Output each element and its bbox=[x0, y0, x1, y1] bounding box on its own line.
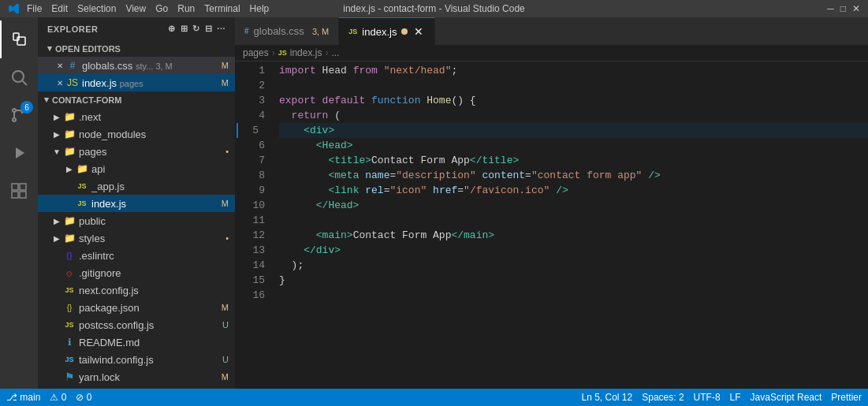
public-label: public bbox=[79, 215, 235, 227]
menu-terminal[interactable]: Terminal bbox=[204, 3, 240, 14]
project-section[interactable]: ▾ CONTACT-FORM bbox=[38, 91, 235, 108]
status-bar-right: Ln 5, Col 12 Spaces: 2 UTF-8 LF JavaScri… bbox=[582, 392, 862, 403]
globals-css-badge: M bbox=[222, 61, 229, 70]
eslintrc-label: .eslintrc bbox=[79, 250, 235, 262]
code-line-3: export default function Home() { bbox=[279, 93, 868, 108]
menu-run[interactable]: Run bbox=[177, 3, 195, 14]
sidebar-item-public[interactable]: ▶ 📁 public bbox=[38, 212, 235, 229]
minimize-button[interactable]: ─ bbox=[827, 3, 834, 14]
language-mode[interactable]: JavaScript React bbox=[751, 392, 822, 403]
globals-css-tab-badge: 3, M bbox=[312, 27, 329, 36]
formatter[interactable]: Prettier bbox=[831, 392, 862, 403]
maximize-button[interactable]: □ bbox=[840, 3, 846, 14]
tab-index-js[interactable]: JS index.js ✕ bbox=[339, 17, 435, 45]
open-editors-section[interactable]: ▾ OPEN EDITORS bbox=[38, 40, 235, 57]
menu-go[interactable]: Go bbox=[155, 3, 168, 14]
yarn-icon: ⚑ bbox=[63, 371, 76, 383]
breadcrumb-ellipsis[interactable]: ... bbox=[331, 47, 339, 58]
activity-run[interactable] bbox=[0, 134, 38, 172]
sidebar-item-gitignore[interactable]: ◇ .gitignore bbox=[38, 264, 235, 281]
expand-arrow: ▶ bbox=[50, 110, 63, 123]
close-icon[interactable]: ✕ bbox=[54, 59, 66, 72]
activity-source-control[interactable]: 6 bbox=[0, 96, 38, 134]
code-editor[interactable]: 1 2 3 4 5 6 7 8 9 10 11 12 13 14 15 16 i… bbox=[235, 61, 868, 389]
sidebar-item-readme[interactable]: ℹ README.md bbox=[38, 333, 235, 351]
close-icon[interactable]: ✕ bbox=[54, 76, 66, 89]
sidebar-item-yarn-lock[interactable]: ⚑ yarn.lock M bbox=[38, 368, 235, 386]
sidebar-item-next[interactable]: ▶ 📁 .next bbox=[38, 108, 235, 125]
activity-extensions[interactable] bbox=[0, 172, 38, 210]
new-folder-icon[interactable]: ⊞ bbox=[181, 24, 188, 34]
js-icon: JS bbox=[63, 318, 76, 331]
code-line-5: <div> bbox=[279, 123, 868, 138]
svg-rect-7 bbox=[12, 184, 18, 190]
open-editor-globals-css[interactable]: ✕ # globals.css sty... 3, M M bbox=[38, 57, 235, 74]
code-line-7: <title>Contact Form App</title> bbox=[279, 153, 868, 168]
git-branch[interactable]: ⎇ main bbox=[6, 392, 40, 403]
activity-search[interactable] bbox=[0, 58, 38, 96]
menu-bar[interactable]: File Edit Selection View Go Run Terminal… bbox=[27, 3, 269, 14]
title-bar: File Edit Selection View Go Run Terminal… bbox=[0, 0, 868, 17]
sidebar-item-app-js[interactable]: JS _app.js bbox=[38, 177, 235, 195]
sidebar-item-postcss[interactable]: JS postcss.config.js U bbox=[38, 316, 235, 333]
sidebar-item-tailwind[interactable]: JS tailwind.config.js U bbox=[38, 351, 235, 368]
sidebar-item-styles[interactable]: ▶ 📁 styles • bbox=[38, 229, 235, 247]
code-line-11 bbox=[279, 213, 868, 228]
collapse-icon[interactable]: ⊟ bbox=[205, 24, 213, 34]
indentation[interactable]: Spaces: 2 bbox=[642, 392, 684, 403]
no-arrow bbox=[50, 266, 63, 279]
menu-edit[interactable]: Edit bbox=[51, 3, 68, 14]
tab-close-button[interactable]: ✕ bbox=[412, 25, 425, 38]
open-editor-index-js[interactable]: ✕ JS index.js pages M bbox=[38, 74, 235, 91]
encoding[interactable]: UTF-8 bbox=[694, 392, 721, 403]
activity-explorer[interactable] bbox=[0, 20, 38, 58]
sidebar-item-package-json[interactable]: {} package.json M bbox=[38, 299, 235, 316]
warning-count[interactable]: ⊘ 0 bbox=[76, 392, 91, 403]
no-arrow bbox=[50, 371, 63, 383]
new-file-icon[interactable]: ⊕ bbox=[168, 24, 176, 34]
status-bar: ⎇ main ⚠ 0 ⊘ 0 Ln 5, Col 12 Spaces: 2 UT… bbox=[0, 389, 868, 406]
svg-point-4 bbox=[13, 109, 16, 112]
menu-view[interactable]: View bbox=[125, 3, 146, 14]
menu-file[interactable]: File bbox=[27, 3, 42, 14]
breadcrumb-index-js[interactable]: index.js bbox=[290, 47, 322, 58]
tab-index-js-label: index.js bbox=[362, 26, 397, 38]
title-bar-left: File Edit Selection View Go Run Terminal… bbox=[8, 2, 269, 15]
code-line-6: <Head> bbox=[279, 138, 868, 153]
expand-arrow: ▼ bbox=[50, 145, 63, 158]
css-tab-icon: # bbox=[244, 27, 249, 35]
sidebar: Explorer ⊕ ⊞ ↻ ⊟ ··· ▾ OPEN EDITORS ✕ # … bbox=[38, 17, 235, 389]
expand-arrow: ▶ bbox=[50, 232, 63, 244]
refresh-icon[interactable]: ↻ bbox=[192, 24, 200, 34]
window-controls[interactable]: ─ □ ✕ bbox=[827, 3, 860, 14]
code-content[interactable]: import Head from "next/head"; export def… bbox=[273, 61, 868, 389]
cursor-position[interactable]: Ln 5, Col 12 bbox=[582, 392, 633, 403]
postcss-badge: U bbox=[222, 320, 229, 330]
project-arrow: ▾ bbox=[44, 95, 49, 105]
line-ending[interactable]: LF bbox=[730, 392, 741, 403]
sidebar-item-next-config[interactable]: JS next.config.js bbox=[38, 281, 235, 299]
css-file-icon: # bbox=[66, 59, 79, 72]
next-config-label: next.config.js bbox=[79, 285, 235, 296]
index-js-badge: M bbox=[222, 78, 229, 88]
sidebar-actions[interactable]: ⊕ ⊞ ↻ ⊟ ··· bbox=[168, 24, 225, 34]
node-modules-label: node_modules bbox=[79, 129, 235, 140]
breadcrumb-pages[interactable]: pages bbox=[243, 47, 269, 58]
menu-selection[interactable]: Selection bbox=[77, 3, 116, 14]
menu-help[interactable]: Help bbox=[250, 3, 270, 14]
package-json-label: package.json bbox=[79, 302, 222, 314]
close-button[interactable]: ✕ bbox=[852, 3, 860, 14]
sidebar-item-index-js[interactable]: JS index.js M bbox=[38, 195, 235, 212]
tab-globals-css[interactable]: # globals.css 3, M bbox=[235, 17, 339, 45]
sidebar-item-eslintrc[interactable]: {} .eslintrc bbox=[38, 247, 235, 264]
svg-rect-10 bbox=[12, 192, 18, 198]
sidebar-item-api[interactable]: ▶ 📁 api bbox=[38, 160, 235, 177]
error-count[interactable]: ⚠ 0 bbox=[50, 392, 66, 403]
breadcrumb-separator2: › bbox=[325, 47, 328, 58]
package-json-badge: M bbox=[222, 303, 229, 312]
sidebar-item-node-modules[interactable]: ▶ 📁 node_modules bbox=[38, 125, 235, 143]
tailwind-badge: U bbox=[222, 355, 229, 364]
more-actions-icon[interactable]: ··· bbox=[217, 24, 225, 34]
svg-line-3 bbox=[23, 81, 28, 86]
sidebar-item-pages[interactable]: ▼ 📁 pages • bbox=[38, 143, 235, 160]
